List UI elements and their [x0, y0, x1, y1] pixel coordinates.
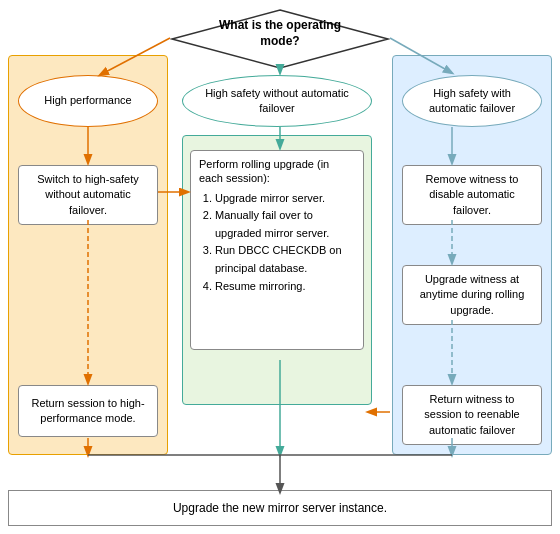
right-box2-label: Upgrade witness at anytime during rollin… [411, 272, 533, 318]
mid-list-box: Perform rolling upgrade (in each session… [190, 150, 364, 350]
diamond-label: What is the operating mode? [219, 18, 341, 48]
mid-list-title: Perform rolling upgrade (in each session… [199, 157, 355, 186]
right-box1: Remove witness to disable automatic fail… [402, 165, 542, 225]
list-item-1: Upgrade mirror server. [215, 190, 355, 208]
mid-list: Upgrade mirror server. Manually fail ove… [199, 190, 355, 296]
left-box2-label: Return session to high-performance mode. [27, 396, 149, 427]
right-box2: Upgrade witness at anytime during rollin… [402, 265, 542, 325]
left-box2: Return session to high-performance mode. [18, 385, 158, 437]
list-item-2: Manually fail over to upgraded mirror se… [215, 207, 355, 242]
bottom-label: Upgrade the new mirror server instance. [173, 501, 387, 515]
right-box3: Return witness to session to reenable au… [402, 385, 542, 445]
decision-diamond: What is the operating mode? [170, 8, 390, 70]
right-oval-label: High safety with automatic failover [411, 86, 533, 117]
list-item-4: Resume mirroring. [215, 278, 355, 296]
diagram: What is the operating mode? High perform… [0, 0, 560, 534]
right-box1-label: Remove witness to disable automatic fail… [411, 172, 533, 218]
list-item-3: Run DBCC CHECKDB on principal database. [215, 242, 355, 277]
bottom-box: Upgrade the new mirror server instance. [8, 490, 552, 526]
mid-oval-label: High safety without automatic failover [191, 86, 363, 117]
left-oval: High performance [18, 75, 158, 127]
mid-oval: High safety without automatic failover [182, 75, 372, 127]
right-box3-label: Return witness to session to reenable au… [411, 392, 533, 438]
right-oval: High safety with automatic failover [402, 75, 542, 127]
left-oval-label: High performance [44, 93, 131, 108]
left-box1-label: Switch to high-safety without automatic … [27, 172, 149, 218]
left-box1: Switch to high-safety without automatic … [18, 165, 158, 225]
